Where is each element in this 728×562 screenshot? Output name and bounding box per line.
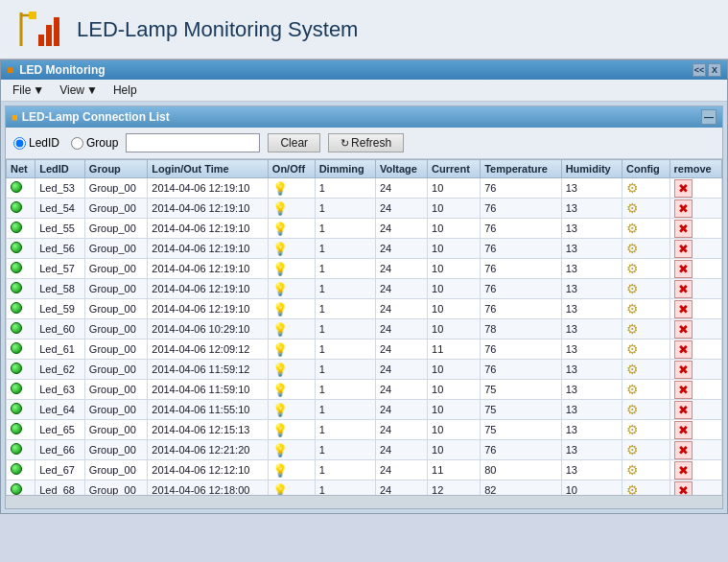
- table-row[interactable]: Led_57 Group_00 2014-04-06 12:19:10 💡 1 …: [7, 259, 722, 279]
- config-icon[interactable]: ⚙: [626, 221, 639, 236]
- cell-onoff[interactable]: 💡: [268, 219, 315, 239]
- remove-icon[interactable]: ✖: [674, 220, 693, 238]
- cell-remove[interactable]: ✖: [669, 480, 722, 496]
- cell-remove[interactable]: ✖: [669, 239, 722, 259]
- table-row[interactable]: Led_64 Group_00 2014-04-06 11:55:10 💡 1 …: [7, 400, 722, 420]
- menu-help[interactable]: Help: [107, 82, 143, 99]
- remove-icon[interactable]: ✖: [674, 300, 693, 318]
- remove-icon[interactable]: ✖: [674, 441, 693, 459]
- cell-onoff[interactable]: 💡: [268, 400, 315, 420]
- cell-config[interactable]: ⚙: [622, 279, 670, 299]
- table-row[interactable]: Led_54 Group_00 2014-04-06 12:19:10 💡 1 …: [7, 199, 722, 219]
- remove-icon[interactable]: ✖: [674, 381, 693, 399]
- radio-ledid-input[interactable]: [13, 137, 26, 150]
- cell-config[interactable]: ⚙: [622, 299, 670, 319]
- config-icon[interactable]: ⚙: [626, 442, 639, 457]
- config-icon[interactable]: ⚙: [626, 402, 639, 417]
- cell-config[interactable]: ⚙: [622, 420, 670, 440]
- table-row[interactable]: Led_61 Group_00 2014-04-06 12:09:12 💡 1 …: [7, 340, 722, 360]
- remove-icon[interactable]: ✖: [674, 320, 693, 339]
- config-icon[interactable]: ⚙: [626, 462, 639, 478]
- minimize-button[interactable]: <<: [693, 63, 706, 77]
- cell-onoff[interactable]: 💡: [268, 199, 315, 219]
- table-row[interactable]: Led_62 Group_00 2014-04-06 11:59:12 💡 1 …: [7, 360, 722, 380]
- radio-group[interactable]: Group: [71, 136, 118, 150]
- table-row[interactable]: Led_67 Group_00 2014-04-06 12:12:10 💡 1 …: [7, 460, 722, 480]
- cell-config[interactable]: ⚙: [622, 239, 670, 259]
- remove-icon[interactable]: ✖: [674, 340, 693, 359]
- cell-onoff[interactable]: 💡: [268, 259, 315, 279]
- cell-remove[interactable]: ✖: [669, 219, 722, 239]
- cell-remove[interactable]: ✖: [669, 380, 722, 400]
- table-container[interactable]: Net LedID Group Login/Out Time On/Off Di…: [6, 159, 722, 495]
- table-row[interactable]: Led_68 Group_00 2014-04-06 12:18:00 💡 1 …: [7, 480, 722, 496]
- panel-collapse-button[interactable]: —: [701, 109, 716, 125]
- cell-remove[interactable]: ✖: [669, 420, 722, 440]
- cell-onoff[interactable]: 💡: [268, 380, 315, 400]
- radio-ledid[interactable]: LedID: [13, 136, 59, 150]
- config-icon[interactable]: ⚙: [626, 261, 639, 276]
- cell-onoff[interactable]: 💡: [268, 480, 315, 496]
- cell-config[interactable]: ⚙: [622, 259, 670, 279]
- cell-onoff[interactable]: 💡: [268, 178, 315, 199]
- remove-icon[interactable]: ✖: [674, 179, 693, 198]
- cell-remove[interactable]: ✖: [669, 319, 722, 340]
- cell-onoff[interactable]: 💡: [268, 340, 315, 360]
- config-icon[interactable]: ⚙: [626, 482, 639, 495]
- table-row[interactable]: Led_66 Group_00 2014-04-06 12:21:20 💡 1 …: [7, 440, 722, 460]
- remove-icon[interactable]: ✖: [674, 361, 693, 379]
- remove-icon[interactable]: ✖: [674, 421, 693, 439]
- cell-config[interactable]: ⚙: [622, 319, 670, 340]
- menu-file[interactable]: File ▼: [7, 82, 50, 99]
- config-icon[interactable]: ⚙: [626, 301, 639, 316]
- cell-config[interactable]: ⚙: [622, 340, 670, 360]
- config-icon[interactable]: ⚙: [626, 341, 639, 357]
- cell-config[interactable]: ⚙: [622, 460, 670, 480]
- filter-input[interactable]: [126, 133, 260, 152]
- config-icon[interactable]: ⚙: [626, 321, 639, 337]
- cell-config[interactable]: ⚙: [622, 480, 670, 496]
- remove-icon[interactable]: ✖: [674, 199, 693, 218]
- cell-config[interactable]: ⚙: [622, 380, 670, 400]
- cell-remove[interactable]: ✖: [669, 299, 722, 319]
- window-controls[interactable]: << X: [693, 63, 721, 77]
- table-row[interactable]: Led_59 Group_00 2014-04-06 12:19:10 💡 1 …: [7, 299, 722, 319]
- radio-group-input[interactable]: [71, 137, 83, 150]
- config-icon[interactable]: ⚙: [626, 362, 639, 377]
- horizontal-scrollbar[interactable]: [6, 495, 722, 508]
- clear-button[interactable]: Clear: [268, 133, 320, 152]
- cell-config[interactable]: ⚙: [622, 178, 670, 199]
- config-icon[interactable]: ⚙: [626, 241, 639, 256]
- config-icon[interactable]: ⚙: [626, 281, 639, 296]
- cell-config[interactable]: ⚙: [622, 400, 670, 420]
- cell-remove[interactable]: ✖: [669, 259, 722, 279]
- refresh-button[interactable]: ↻Refresh: [328, 133, 404, 152]
- cell-onoff[interactable]: 💡: [268, 460, 315, 480]
- remove-icon[interactable]: ✖: [674, 401, 693, 419]
- cell-remove[interactable]: ✖: [669, 340, 722, 360]
- cell-config[interactable]: ⚙: [622, 360, 670, 380]
- cell-onoff[interactable]: 💡: [268, 360, 315, 380]
- cell-onoff[interactable]: 💡: [268, 279, 315, 299]
- config-icon[interactable]: ⚙: [626, 200, 639, 216]
- table-row[interactable]: Led_63 Group_00 2014-04-06 11:59:10 💡 1 …: [7, 380, 722, 400]
- config-icon[interactable]: ⚙: [626, 382, 639, 397]
- table-row[interactable]: Led_65 Group_00 2014-04-06 12:15:13 💡 1 …: [7, 420, 722, 440]
- cell-config[interactable]: ⚙: [622, 219, 670, 239]
- table-row[interactable]: Led_56 Group_00 2014-04-06 12:19:10 💡 1 …: [7, 239, 722, 259]
- table-row[interactable]: Led_60 Group_00 2014-04-06 10:29:10 💡 1 …: [7, 319, 722, 340]
- cell-remove[interactable]: ✖: [669, 440, 722, 460]
- menu-view[interactable]: View ▼: [54, 82, 104, 99]
- close-button[interactable]: X: [708, 63, 721, 77]
- remove-icon[interactable]: ✖: [674, 461, 693, 480]
- cell-config[interactable]: ⚙: [622, 440, 670, 460]
- remove-icon[interactable]: ✖: [674, 481, 693, 496]
- cell-remove[interactable]: ✖: [669, 460, 722, 480]
- cell-onoff[interactable]: 💡: [268, 239, 315, 259]
- remove-icon[interactable]: ✖: [674, 280, 693, 298]
- cell-onoff[interactable]: 💡: [268, 440, 315, 460]
- cell-onoff[interactable]: 💡: [268, 420, 315, 440]
- config-icon[interactable]: ⚙: [626, 422, 639, 437]
- cell-remove[interactable]: ✖: [669, 279, 722, 299]
- remove-icon[interactable]: ✖: [674, 240, 693, 258]
